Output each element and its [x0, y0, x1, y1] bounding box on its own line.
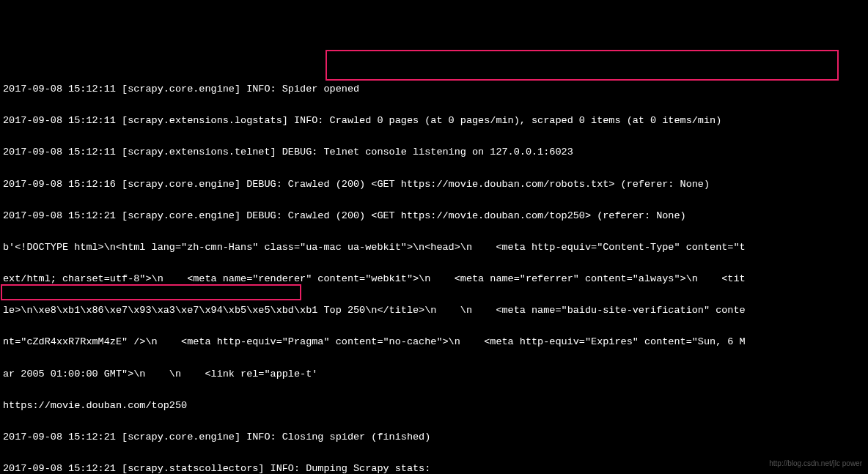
log-line: 2017-09-08 15:12:11 [scrapy.extensions.t…: [3, 144, 865, 160]
log-line: 2017-09-08 15:12:21 [scrapy.statscollect…: [3, 461, 865, 474]
log-line: 2017-09-08 15:12:21 [scrapy.core.engine]…: [3, 208, 865, 224]
log-line: ext/html; charset=utf-8">\n <meta name="…: [3, 271, 865, 287]
log-line: 2017-09-08 15:12:11 [scrapy.extensions.l…: [3, 113, 865, 129]
log-line: b'<!DOCTYPE html>\n<html lang="zh-cmn-Ha…: [3, 240, 865, 256]
log-line: 2017-09-08 15:12:16 [scrapy.core.engine]…: [3, 177, 865, 193]
watermark-text: http://blog.csdn.net/jlc power: [769, 458, 862, 470]
log-line: le>\n\xe8\xb1\x86\xe7\x93\xa3\xe7\x94\xb…: [3, 303, 865, 319]
log-line: ar 2005 01:00:00 GMT">\n \n <link rel="a…: [3, 366, 865, 382]
log-line: 2017-09-08 15:12:11 [scrapy.core.engine]…: [3, 81, 865, 97]
log-line: nt="cZdR4xxR7RxmM4zE" />\n <meta http-eq…: [3, 334, 865, 350]
log-line: 2017-09-08 15:12:21 [scrapy.core.engine]…: [3, 429, 865, 445]
terminal-output[interactable]: 2017-09-08 15:12:11 [scrapy.core.engine]…: [3, 65, 865, 474]
log-line: https://movie.douban.com/top250: [3, 398, 865, 414]
